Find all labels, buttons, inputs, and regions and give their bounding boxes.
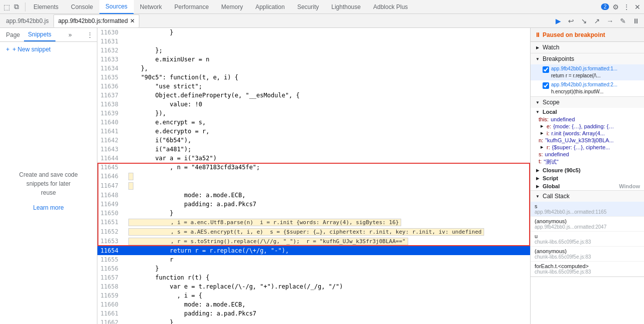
code-line-11648: 11648 mode: a.mode.ECB, (97, 191, 530, 200)
line-content-11654: return r = r.replace(/\+/g, "-"), (122, 246, 530, 255)
global-scope-header[interactable]: Global Window (531, 182, 644, 190)
bp-checkbox-2[interactable] (543, 82, 549, 89)
file-tab-2-formatted[interactable]: app.9fb42bb0.js:formatted ✕ (53, 14, 139, 27)
call-stack-item-1[interactable]: s app.9fb42bb0.js...ormatted:1165 (531, 202, 644, 217)
code-line-11643: 11643 i("a481"); (97, 145, 530, 154)
scope-val-s: undefined (545, 151, 569, 157)
tab-adblock[interactable]: Adblock Plus (367, 0, 414, 14)
line-number-11641: 11641 (97, 127, 122, 136)
tab-lighthouse[interactable]: Lighthouse (325, 0, 367, 14)
line-content-11643: i("a481"); (122, 145, 530, 154)
tab-memory[interactable]: Memory (215, 0, 249, 14)
line-number-11651: 11651 (97, 218, 122, 227)
call-stack-item-3[interactable]: u chunk-libs.65c09f5e.js:83 (531, 232, 644, 247)
watch-header[interactable]: Watch (531, 42, 644, 53)
more-icon[interactable]: ⋮ (622, 2, 631, 11)
call-stack-item-2[interactable]: (anonymous) app.9fb42bb0.js...ormatted:2… (531, 217, 644, 232)
scope-val-this: undefined (551, 116, 575, 122)
popout-icon[interactable]: ⧉ (12, 2, 21, 11)
snippets-tab[interactable]: Snippets (24, 28, 55, 41)
line-content-11644: var a = i("3a52") (122, 154, 530, 163)
bp-code-2: h.encrypt)(this.inputW... (551, 88, 618, 95)
tab-console[interactable]: Console (65, 0, 99, 14)
scope-i[interactable]: i: r.init {words: Array(4... (531, 130, 644, 137)
breakpoints-header[interactable]: Breakpoints (531, 53, 644, 64)
line-number-11659: 11659 (97, 291, 122, 300)
code-line-11653: 11653 , r = s.toString().replace(/\//g, … (97, 237, 530, 246)
panel-menu-btn[interactable]: ⋮ (85, 30, 95, 40)
new-snippet-button[interactable]: + + New snippet (2, 44, 54, 55)
close-tab-icon[interactable]: ✕ (130, 17, 135, 24)
deactivate-breakpoints-btn[interactable]: ✎ (617, 15, 629, 27)
bp-text-2: app.9fb42bb0.js:formatted:2... h.encrypt… (551, 81, 618, 95)
dock-icon[interactable]: ⬚ (2, 2, 11, 11)
issues-badge[interactable]: 2 (601, 3, 609, 10)
step-btn[interactable]: → (604, 15, 616, 27)
cs-fn-3: u (535, 233, 640, 239)
scope-this[interactable]: this: undefined (531, 116, 644, 123)
scope-s[interactable]: s: undefined (531, 151, 644, 158)
tab-application[interactable]: Application (249, 0, 291, 14)
left-panel: Page Snippets » ⋮ + + New snippet Create… (0, 28, 97, 324)
bp-filename-2: app.9fb42bb0.js:formatted:2... (551, 81, 618, 88)
paused-text: Paused on breakpoint (543, 31, 605, 38)
tab-security[interactable]: Security (291, 0, 325, 14)
tab-sources[interactable]: Sources (99, 0, 134, 14)
close-icon[interactable]: ✕ (633, 2, 642, 11)
line-content-11652: , s = a.AES.encrypt(t, i, e) s = {$super… (122, 227, 530, 237)
scope-label: Scope (543, 99, 560, 106)
code-line-11638: 11638 value: !0 (97, 100, 530, 109)
line-number-11650: 11650 (97, 209, 122, 218)
settings-icon[interactable]: ⚙ (611, 2, 620, 11)
call-stack-item-5[interactable]: forEach.t.<computed> chunk-libs.65c09f5e… (531, 262, 644, 277)
code-lines: 11630 }1163111632 };11633 e.mixinUser = … (97, 28, 530, 324)
line-number-11661: 11661 (97, 309, 122, 318)
code-line-11662: 11662 } (97, 318, 530, 324)
code-line-11654: 11654 return r = r.replace(/\+/g, "-"), (97, 246, 530, 255)
scope-t[interactable]: t: "测试" (531, 158, 644, 166)
breakpoint-item-1[interactable]: app.9fb42bb0.js:formatted:1... return r … (531, 64, 644, 80)
code-editor[interactable]: 11630 }1163111632 };11633 e.mixinUser = … (97, 28, 530, 324)
snippet-desc-1: Create and save code (19, 170, 77, 179)
scope-n[interactable]: n: "kufhG_UJw_k3Sfr3j0BLA... (531, 137, 644, 144)
bp-checkbox-1[interactable] (543, 66, 549, 73)
panel-more-btn[interactable]: » (65, 30, 75, 40)
line-content-11636: "use strict"; (122, 82, 530, 91)
resume-btn[interactable]: ▶ (552, 15, 564, 27)
scope-e[interactable]: e: {mode: {…}, padding: {… (531, 123, 644, 130)
call-stack-header[interactable]: Call Stack (531, 191, 644, 202)
page-tab[interactable]: Page (2, 28, 24, 41)
breakpoint-item-2[interactable]: app.9fb42bb0.js:formatted:2... h.encrypt… (531, 80, 644, 96)
local-scope-header[interactable]: Local (531, 108, 644, 116)
script-scope-header[interactable]: Script (531, 174, 644, 182)
debugger-panel[interactable]: Watch Breakpoints app.9fb42bb0.js:format… (531, 42, 644, 324)
line-content-11650: } (122, 209, 530, 218)
cs-fn-4: (anonymous) (535, 248, 640, 254)
step-out-btn[interactable]: ↗ (591, 15, 603, 27)
scope-header[interactable]: Scope (531, 97, 644, 108)
global-val: Window (619, 183, 640, 189)
tab-elements[interactable]: Elements (27, 0, 65, 14)
step-into-btn[interactable]: ↘ (578, 15, 590, 27)
right-panel: ⏸ Paused on breakpoint Watch Breakpoints (530, 28, 644, 324)
code-line-11644: 11644 var a = i("3a52") (97, 154, 530, 163)
scope-val-r: {$super: {…}, cipherte... (552, 144, 610, 150)
line-number-11652: 11652 (97, 227, 122, 236)
call-stack-item-4[interactable]: (anonymous) chunk-libs.65c09f5e.js:83 (531, 247, 644, 262)
step-over-btn[interactable]: ↩ (565, 15, 577, 27)
code-line-11652: 11652 , s = a.AES.encrypt(t, i, e) s = {… (97, 227, 530, 237)
line-number-11656: 11656 (97, 264, 122, 273)
line-content-11639: }), (122, 109, 530, 118)
file-tab-1[interactable]: app.9fb42bb0.js (2, 14, 52, 27)
scope-val-i: r.init {words: Array(4... (552, 130, 605, 136)
scope-r-triangle (539, 144, 545, 150)
closure-scope-header[interactable]: Closure (90c5) (531, 166, 644, 174)
tab-network[interactable]: Network (134, 0, 168, 14)
tab-performance[interactable]: Performance (168, 0, 215, 14)
code-line-11646: 11646 (97, 172, 530, 181)
pause-on-exceptions-btn[interactable]: ⏸ (630, 15, 642, 27)
scope-r[interactable]: r: {$super: {…}, cipherte... (531, 144, 644, 151)
cs-file-2: app.9fb42bb0.js...ormatted:2047 (535, 224, 640, 230)
code-line-11639: 11639 }), (97, 109, 530, 118)
learn-more-link[interactable]: Learn more (33, 204, 63, 211)
